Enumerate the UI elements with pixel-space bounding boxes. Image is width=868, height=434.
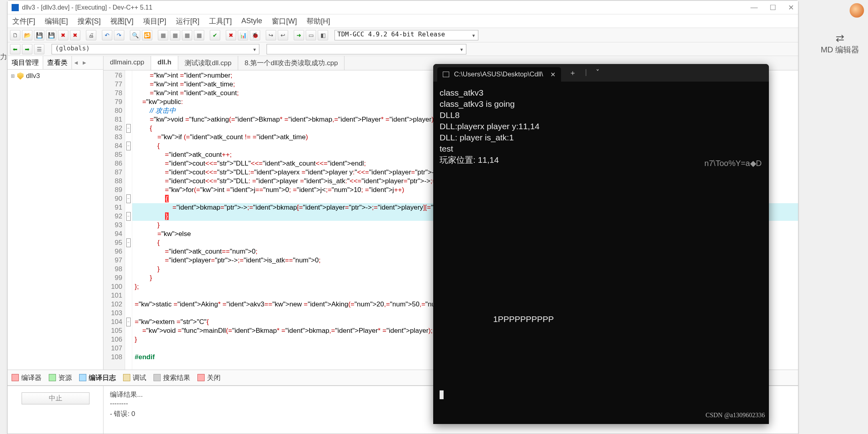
compiler-tab-icon bbox=[12, 374, 19, 381]
tab-resources[interactable]: 资源 bbox=[49, 373, 72, 382]
compile-run-icon[interactable]: ▦ bbox=[182, 30, 192, 40]
menu-edit[interactable]: 编辑[E] bbox=[45, 16, 68, 26]
compile-icon[interactable]: ▦ bbox=[158, 30, 168, 40]
menu-view[interactable]: 视图[V] bbox=[110, 16, 133, 26]
find-icon[interactable]: 🔍 bbox=[130, 30, 140, 40]
goto-icon[interactable]: ➜ bbox=[294, 30, 304, 40]
project-panel: 项目管理 查看类 ◂ ▸ ⊞ dllv3 bbox=[8, 56, 104, 370]
app-icon bbox=[12, 4, 19, 11]
log-tab-icon bbox=[79, 374, 86, 381]
terminal-new-tab-icon[interactable]: ＋ bbox=[569, 68, 576, 78]
toolbar-main: 🗋 📂 💾 💾 ✖ ✖ 🖨 ↶ ↷ 🔍 🔁 ▦ ▦ ▦ ▦ ✔ ✖ 📊 🐞 ↪ … bbox=[8, 28, 798, 42]
file-tab-2[interactable]: 测试读取dll.cpp bbox=[178, 56, 238, 70]
terminal-window[interactable]: C:\Users\ASUS\Desktop\Cdll\ ✕ ＋ | ˅ clas… bbox=[433, 64, 769, 424]
rebuild-icon[interactable]: ▦ bbox=[194, 30, 204, 40]
save-all-icon[interactable]: 💾 bbox=[46, 30, 56, 40]
debug-step-icon[interactable]: ↪ bbox=[266, 30, 276, 40]
stop-button[interactable]: 中止 bbox=[22, 392, 90, 404]
menu-file[interactable]: 文件[F] bbox=[12, 16, 35, 26]
menu-help[interactable]: 帮助[H] bbox=[307, 16, 330, 26]
project-tree[interactable]: ⊞ dllv3 bbox=[8, 70, 103, 82]
tab-search-results[interactable]: 搜索结果 bbox=[153, 373, 190, 382]
md-editor-label: MD 编辑器 bbox=[812, 44, 868, 55]
tree-root[interactable]: ⊞ dllv3 bbox=[11, 72, 100, 80]
expand-icon[interactable]: ⊞ bbox=[11, 73, 15, 79]
terminal-icon bbox=[443, 72, 449, 77]
debug-tab-icon bbox=[123, 374, 130, 381]
close-file-icon[interactable]: ✖ bbox=[58, 30, 68, 40]
swap-icon[interactable]: ⇄ bbox=[812, 32, 868, 44]
save-icon[interactable]: 💾 bbox=[34, 30, 44, 40]
toolbar-scope: ⬅ ➡ ☰ (globals) bbox=[8, 42, 798, 56]
nav-list-icon[interactable]: ☰ bbox=[34, 44, 44, 54]
scope-select-member[interactable] bbox=[267, 44, 466, 54]
menu-run[interactable]: 运行[R] bbox=[176, 16, 199, 26]
file-tab-1[interactable]: dll.h bbox=[151, 56, 178, 70]
nav-back-icon[interactable]: ⬅ bbox=[10, 44, 20, 54]
menu-search[interactable]: 搜索[S] bbox=[78, 16, 101, 26]
fold-column[interactable]: −−−−−− bbox=[125, 70, 132, 370]
file-tab-3[interactable]: 8.第一个dll攻击类读取成功.cpp bbox=[238, 56, 344, 70]
debug-delete-icon[interactable]: 🐞 bbox=[250, 30, 260, 40]
print-icon[interactable]: 🖨 bbox=[86, 30, 96, 40]
redo-icon[interactable]: ↷ bbox=[114, 30, 124, 40]
terminal-tab[interactable]: C:\Users\ASUS\Desktop\Cdll\ ✕ bbox=[437, 67, 561, 82]
window-controls: — ☐ ✕ bbox=[751, 3, 794, 12]
resources-tab-icon bbox=[49, 374, 56, 381]
search-tab-icon bbox=[153, 374, 161, 381]
menu-bar[interactable]: 文件[F] 编辑[E] 搜索[S] 视图[V] 项目[P] 运行[R] 工具[T… bbox=[8, 14, 798, 28]
nav-fwd-icon[interactable]: ➡ bbox=[22, 44, 32, 54]
close-tab-icon bbox=[197, 374, 205, 381]
tab-compiler[interactable]: 编译器 bbox=[12, 373, 42, 382]
watermark-text: n7\Too%Y=a◆D bbox=[705, 158, 762, 169]
minimize-button[interactable]: — bbox=[751, 3, 758, 12]
csdn-watermark: CSDN @a1309602336 bbox=[705, 410, 765, 421]
undo-icon[interactable]: ↶ bbox=[102, 30, 112, 40]
title-bar[interactable]: dllv3 - [dllv3.dev] - [Executing] - Dev-… bbox=[8, 1, 798, 14]
replace-icon[interactable]: 🔁 bbox=[142, 30, 152, 40]
bookmark-icon[interactable]: ▭ bbox=[306, 30, 316, 40]
tab-scroll-right-icon[interactable]: ▸ bbox=[80, 58, 89, 67]
open-icon[interactable]: 📂 bbox=[22, 30, 32, 40]
menu-astyle[interactable]: AStyle bbox=[241, 17, 262, 25]
new-file-icon[interactable]: 🗋 bbox=[10, 30, 20, 40]
tab-compile-log[interactable]: 编译日志 bbox=[79, 373, 116, 382]
right-sidebar: ⇄ MD 编辑器 bbox=[812, 32, 868, 55]
menu-window[interactable]: 窗口[W] bbox=[272, 16, 297, 26]
stop-icon[interactable]: ✖ bbox=[226, 30, 236, 40]
profile-icon[interactable]: 📊 bbox=[238, 30, 248, 40]
menu-project[interactable]: 项目[P] bbox=[143, 16, 166, 26]
tab-classes[interactable]: 查看类 bbox=[43, 56, 72, 69]
terminal-titlebar[interactable]: C:\Users\ASUS\Desktop\Cdll\ ✕ ＋ | ˅ bbox=[433, 64, 769, 82]
run-icon[interactable]: ▦ bbox=[170, 30, 180, 40]
insert-icon[interactable]: ◧ bbox=[318, 30, 328, 40]
terminal-body[interactable]: class_atkv3 class_atkv3 is going DLL8 DL… bbox=[433, 82, 769, 424]
project-icon bbox=[17, 72, 24, 80]
close-button[interactable]: ✕ bbox=[788, 3, 794, 12]
file-tab-0[interactable]: dllmain.cpp bbox=[104, 56, 151, 70]
menu-tools[interactable]: 工具[T] bbox=[209, 16, 232, 26]
line-gutter: 7677787980818283848586878889909192939495… bbox=[104, 70, 125, 370]
close-all-icon[interactable]: ✖ bbox=[70, 30, 80, 40]
tab-close[interactable]: 关闭 bbox=[197, 373, 221, 382]
compiler-select[interactable]: TDM-GCC 4.9.2 64-bit Release bbox=[334, 30, 478, 40]
project-panel-tabs: 项目管理 查看类 ◂ ▸ bbox=[8, 56, 103, 70]
browser-avatar-icon bbox=[850, 3, 864, 18]
check-icon[interactable]: ✔ bbox=[210, 30, 220, 40]
maximize-button[interactable]: ☐ bbox=[770, 3, 776, 12]
game-map-row: 1PPPPPPPPPP bbox=[493, 314, 554, 325]
tab-debug[interactable]: 调试 bbox=[123, 373, 146, 382]
tab-scroll-left-icon[interactable]: ◂ bbox=[72, 58, 80, 67]
terminal-tab-close-icon[interactable]: ✕ bbox=[550, 71, 555, 78]
tab-project[interactable]: 项目管理 bbox=[8, 56, 43, 69]
terminal-cursor bbox=[440, 390, 444, 399]
terminal-output: class_atkv3 class_atkv3 is going DLL8 DL… bbox=[440, 87, 762, 166]
tree-root-label: dllv3 bbox=[26, 72, 40, 80]
debug-step2-icon[interactable]: ↩ bbox=[278, 30, 288, 40]
window-title: dllv3 - [dllv3.dev] - [Executing] - Dev-… bbox=[22, 4, 751, 11]
terminal-tab-title: C:\Users\ASUS\Desktop\Cdll\ bbox=[454, 70, 543, 78]
scope-select-globals[interactable]: (globals) bbox=[52, 44, 259, 54]
terminal-dropdown-icon[interactable]: ˅ bbox=[596, 68, 599, 78]
